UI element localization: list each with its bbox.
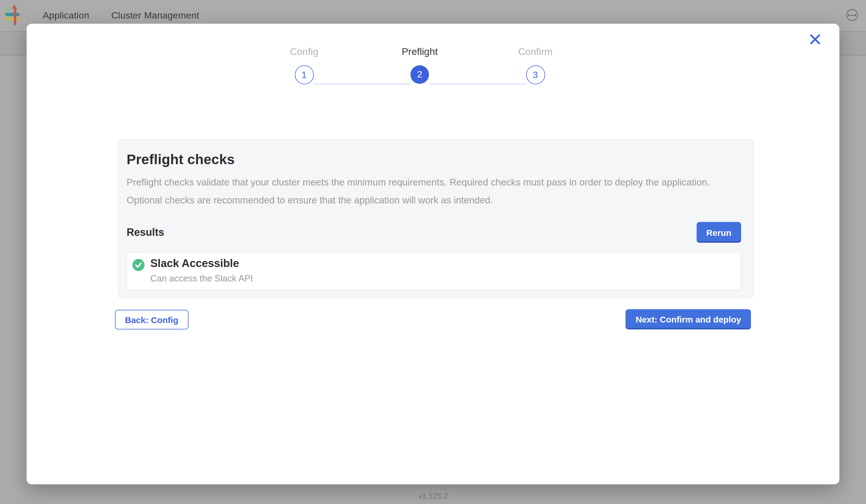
rerun-button[interactable]: Rerun <box>696 222 741 243</box>
nav-item-application[interactable]: Application <box>43 10 89 21</box>
app-logo-icon[interactable] <box>5 5 20 26</box>
step-label: Preflight <box>402 46 438 58</box>
check-detail: Can access the Slack API <box>150 273 253 284</box>
step-preflight[interactable]: Preflight 2 <box>362 46 478 85</box>
close-icon[interactable] <box>810 34 820 45</box>
ellipsis-menu-icon[interactable] <box>846 9 858 21</box>
next-confirm-deploy-button[interactable]: Next: Confirm and deploy <box>626 309 751 329</box>
wizard-stepper: Config 1 Preflight 2 Confirm 3 <box>246 46 593 85</box>
stepper-connector <box>430 83 526 85</box>
results-heading: Results <box>126 226 164 238</box>
check-name: Slack Accessible <box>150 257 253 270</box>
step-number-circle: 3 <box>526 65 545 85</box>
preflight-checks-card: Preflight checks Preflight checks valida… <box>118 139 754 298</box>
stepper-connector <box>314 83 410 85</box>
step-config[interactable]: Config 1 <box>246 46 362 85</box>
card-description: Preflight checks validate that your clus… <box>126 173 735 209</box>
step-label: Config <box>290 46 318 58</box>
check-success-icon <box>132 259 145 271</box>
logo-red-arrow <box>14 8 16 25</box>
card-title: Preflight checks <box>126 152 741 168</box>
step-label: Confirm <box>518 46 552 58</box>
logo-green-arrow <box>7 8 10 25</box>
preflight-modal: Config 1 Preflight 2 Confirm 3 Preflight… <box>26 24 840 484</box>
step-number-circle: 1 <box>295 65 314 85</box>
nav-item-cluster-management[interactable]: Cluster Management <box>111 10 199 21</box>
step-number-circle: 2 <box>410 65 429 84</box>
check-result-row: Slack Accessible Can access the Slack AP… <box>126 252 741 290</box>
back-config-button[interactable]: Back: Config <box>115 310 188 329</box>
logo-teal-bar <box>5 13 20 16</box>
version-label: v1.125.2 <box>0 492 866 501</box>
step-confirm[interactable]: Confirm 3 <box>478 46 593 85</box>
logo-yellow-bar <box>5 17 20 21</box>
